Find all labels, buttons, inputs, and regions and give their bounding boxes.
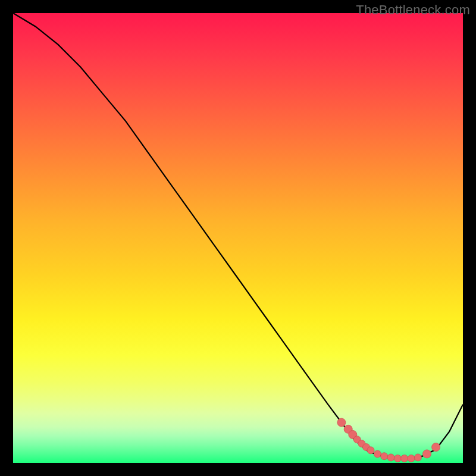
dot — [367, 447, 374, 454]
dot — [432, 443, 440, 452]
watermark-text: TheBottleneck.com — [356, 2, 470, 18]
dot — [401, 455, 408, 462]
curve-layer — [13, 13, 463, 463]
dot — [408, 455, 415, 462]
plot-area — [13, 13, 463, 463]
dot — [337, 418, 346, 427]
dot — [387, 454, 394, 461]
dot — [423, 450, 431, 458]
bottleneck-curve — [13, 13, 463, 458]
dot — [381, 453, 388, 460]
dot — [414, 454, 421, 461]
chart-stage: TheBottleneck.com — [0, 0, 476, 476]
dot — [394, 455, 401, 462]
highlight-dots — [337, 418, 440, 462]
dot — [374, 450, 381, 458]
